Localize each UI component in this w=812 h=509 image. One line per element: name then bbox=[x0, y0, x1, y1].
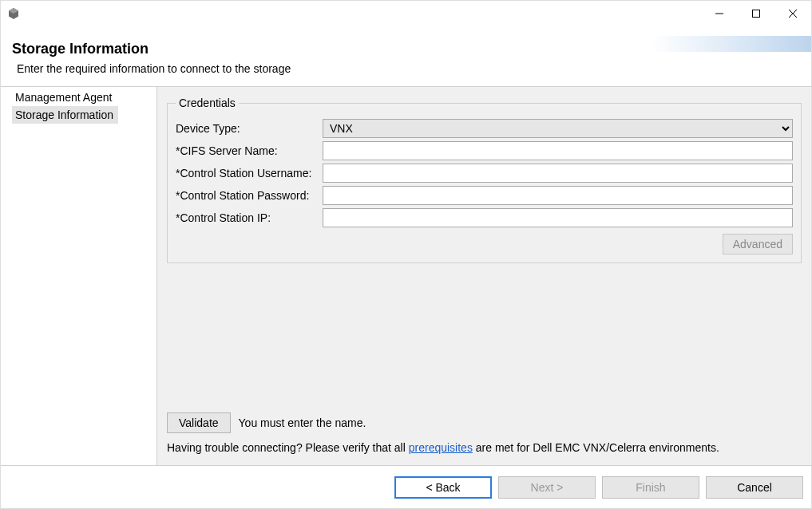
control-station-password-label: *Control Station Password: bbox=[176, 189, 323, 202]
window: Storage Information Enter the required i… bbox=[0, 0, 812, 509]
trouble-suffix: are met for Dell EMC VNX/Celerra environ… bbox=[473, 441, 719, 454]
svg-rect-3 bbox=[753, 10, 760, 18]
page-subtitle: Enter the required information to connec… bbox=[17, 62, 800, 75]
finish-button[interactable]: Finish bbox=[602, 476, 699, 499]
banner-stripe bbox=[652, 36, 811, 52]
header: Storage Information Enter the required i… bbox=[1, 26, 811, 86]
control-station-ip-label: *Control Station IP: bbox=[176, 211, 323, 224]
control-station-password-input[interactable] bbox=[323, 186, 793, 205]
trouble-prefix: Having trouble connecting? Please verify… bbox=[167, 441, 409, 454]
credentials-group: Credentials Device Type: VNX *CIFS Serve… bbox=[167, 97, 802, 263]
main: Credentials Device Type: VNX *CIFS Serve… bbox=[157, 87, 811, 465]
validate-message: You must enter the name. bbox=[239, 416, 366, 429]
cancel-button[interactable]: Cancel bbox=[706, 476, 803, 499]
cifs-server-name-input[interactable] bbox=[323, 141, 793, 160]
app-icon bbox=[7, 7, 20, 20]
next-button[interactable]: Next > bbox=[498, 476, 596, 499]
body: Management Agent Storage Information Cre… bbox=[1, 86, 811, 465]
sidebar-item-storage-information[interactable]: Storage Information bbox=[12, 106, 118, 124]
cifs-server-name-label: *CIFS Server Name: bbox=[176, 144, 323, 157]
close-button[interactable] bbox=[774, 1, 811, 26]
device-type-label: Device Type: bbox=[176, 122, 323, 135]
advanced-button[interactable]: Advanced bbox=[723, 234, 793, 254]
sidebar-item-management-agent[interactable]: Management Agent bbox=[1, 89, 156, 106]
wizard-footer: < Back Next > Finish Cancel bbox=[1, 465, 811, 508]
credentials-legend: Credentials bbox=[176, 97, 239, 109]
control-station-ip-input[interactable] bbox=[323, 208, 793, 227]
validate-button[interactable]: Validate bbox=[167, 412, 231, 433]
control-station-username-input[interactable] bbox=[323, 164, 793, 183]
control-station-username-label: *Control Station Username: bbox=[176, 167, 323, 180]
minimize-button[interactable] bbox=[701, 1, 738, 26]
back-button[interactable]: < Back bbox=[394, 476, 492, 499]
trouble-text: Having trouble connecting? Please verify… bbox=[167, 441, 802, 454]
sidebar: Management Agent Storage Information bbox=[1, 87, 157, 465]
maximize-button[interactable] bbox=[738, 1, 774, 26]
device-type-select[interactable]: VNX bbox=[323, 119, 793, 138]
prerequisites-link[interactable]: prerequisites bbox=[409, 441, 473, 454]
titlebar bbox=[1, 1, 811, 26]
